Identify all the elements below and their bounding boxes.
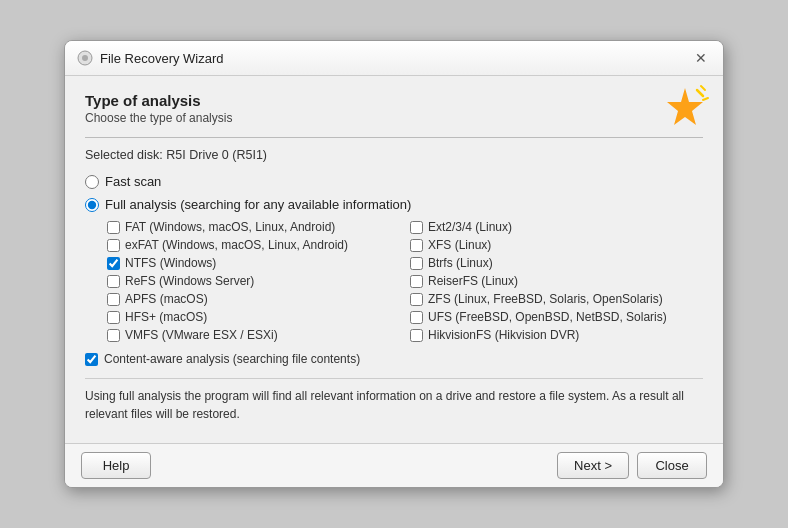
- content-aware-option[interactable]: Content-aware analysis (searching file c…: [85, 352, 703, 366]
- hikvision-checkbox[interactable]: [410, 329, 423, 342]
- content-aware-checkbox[interactable]: [85, 353, 98, 366]
- help-button[interactable]: Help: [81, 452, 151, 479]
- exfat-option[interactable]: exFAT (Windows, macOS, Linux, Android): [107, 238, 400, 252]
- full-analysis-radio[interactable]: [85, 198, 99, 212]
- xfs-label: XFS (Linux): [428, 238, 491, 252]
- apfs-option[interactable]: APFS (macOS): [107, 292, 400, 306]
- refs-checkbox[interactable]: [107, 275, 120, 288]
- vmfs-option[interactable]: VMFS (VMware ESX / ESXi): [107, 328, 400, 342]
- wizard-icon: [661, 84, 709, 137]
- exfat-checkbox[interactable]: [107, 239, 120, 252]
- ufs-option[interactable]: UFS (FreeBSD, OpenBSD, NetBSD, Solaris): [410, 310, 703, 324]
- reiserfs-checkbox[interactable]: [410, 275, 423, 288]
- ext234-option[interactable]: Ext2/3/4 (Linux): [410, 220, 703, 234]
- footer-right-buttons: Next > Close: [557, 452, 707, 479]
- refs-option[interactable]: ReFS (Windows Server): [107, 274, 400, 288]
- dialog-body: Type of analysis Choose the type of anal…: [65, 76, 723, 443]
- svg-line-5: [703, 98, 708, 100]
- zfs-checkbox[interactable]: [410, 293, 423, 306]
- svg-line-3: [697, 90, 703, 96]
- ufs-label: UFS (FreeBSD, OpenBSD, NetBSD, Solaris): [428, 310, 667, 324]
- full-analysis-label: Full analysis (searching for any availab…: [105, 197, 411, 212]
- apfs-label: APFS (macOS): [125, 292, 208, 306]
- btrfs-checkbox[interactable]: [410, 257, 423, 270]
- hikvision-option[interactable]: HikvisionFS (Hikvision DVR): [410, 328, 703, 342]
- fast-scan-option[interactable]: Fast scan: [85, 174, 703, 189]
- hfsplus-checkbox[interactable]: [107, 311, 120, 324]
- header-divider: [85, 137, 703, 138]
- exfat-label: exFAT (Windows, macOS, Linux, Android): [125, 238, 348, 252]
- ext234-checkbox[interactable]: [410, 221, 423, 234]
- close-title-button[interactable]: ✕: [691, 48, 711, 68]
- hfsplus-label: HFS+ (macOS): [125, 310, 207, 324]
- full-analysis-option[interactable]: Full analysis (searching for any availab…: [85, 197, 703, 212]
- fast-scan-radio[interactable]: [85, 175, 99, 189]
- selected-disk-label: Selected disk: R5I Drive 0 (R5I1): [85, 148, 703, 162]
- vmfs-label: VMFS (VMware ESX / ESXi): [125, 328, 278, 342]
- close-footer-button[interactable]: Close: [637, 452, 707, 479]
- next-button[interactable]: Next >: [557, 452, 629, 479]
- ext234-label: Ext2/3/4 (Linux): [428, 220, 512, 234]
- dialog-footer: Help Next > Close: [65, 443, 723, 487]
- disk-icon: [77, 50, 93, 66]
- zfs-label: ZFS (Linux, FreeBSD, Solaris, OpenSolari…: [428, 292, 663, 306]
- refs-label: ReFS (Windows Server): [125, 274, 254, 288]
- hfsplus-option[interactable]: HFS+ (macOS): [107, 310, 400, 324]
- svg-line-4: [701, 86, 705, 90]
- ntfs-label: NTFS (Windows): [125, 256, 216, 270]
- info-text: Using full analysis the program will fin…: [85, 378, 703, 423]
- btrfs-label: Btrfs (Linux): [428, 256, 493, 270]
- ntfs-option[interactable]: NTFS (Windows): [107, 256, 400, 270]
- reiserfs-option[interactable]: ReiserFS (Linux): [410, 274, 703, 288]
- dialog-title: File Recovery Wizard: [100, 51, 224, 66]
- hikvision-label: HikvisionFS (Hikvision DVR): [428, 328, 579, 342]
- ufs-checkbox[interactable]: [410, 311, 423, 324]
- title-bar-left: File Recovery Wizard: [77, 50, 224, 66]
- reiserfs-label: ReiserFS (Linux): [428, 274, 518, 288]
- xfs-option[interactable]: XFS (Linux): [410, 238, 703, 252]
- file-recovery-wizard-dialog: File Recovery Wizard ✕ Type of analysis …: [64, 40, 724, 488]
- vmfs-checkbox[interactable]: [107, 329, 120, 342]
- content-aware-label: Content-aware analysis (searching file c…: [104, 352, 360, 366]
- fat-option[interactable]: FAT (Windows, macOS, Linux, Android): [107, 220, 400, 234]
- section-subtitle: Choose the type of analysis: [85, 111, 703, 125]
- zfs-option[interactable]: ZFS (Linux, FreeBSD, Solaris, OpenSolari…: [410, 292, 703, 306]
- fat-checkbox[interactable]: [107, 221, 120, 234]
- fast-scan-label: Fast scan: [105, 174, 161, 189]
- fat-label: FAT (Windows, macOS, Linux, Android): [125, 220, 335, 234]
- title-bar: File Recovery Wizard ✕: [65, 41, 723, 76]
- section-title: Type of analysis: [85, 92, 703, 109]
- xfs-checkbox[interactable]: [410, 239, 423, 252]
- filesystem-checkboxes-grid: FAT (Windows, macOS, Linux, Android) Ext…: [107, 220, 703, 342]
- ntfs-checkbox[interactable]: [107, 257, 120, 270]
- svg-marker-2: [667, 88, 703, 125]
- svg-point-1: [82, 55, 88, 61]
- apfs-checkbox[interactable]: [107, 293, 120, 306]
- btrfs-option[interactable]: Btrfs (Linux): [410, 256, 703, 270]
